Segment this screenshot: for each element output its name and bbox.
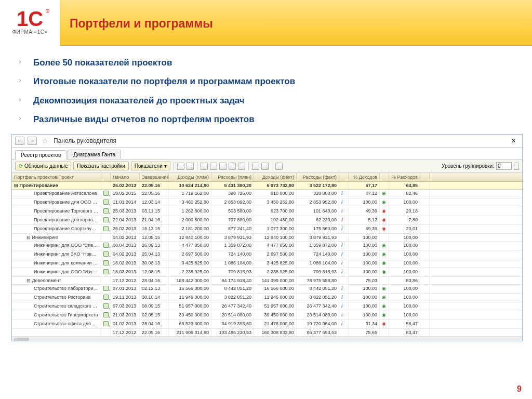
cell-end: 22.05.16: [140, 190, 169, 198]
cell-expense-plan: 2 853 092,80: [211, 198, 254, 207]
table-row[interactable]: Строительство Гипермаркета21.03.201302.0…: [12, 311, 522, 320]
cell-income-plan: 211 906 314,80: [169, 329, 211, 336]
cell-status: ◉: [380, 242, 389, 250]
cell-income-plan: 10 624 214,80: [169, 182, 211, 189]
table-row[interactable]: Строительство складского комплекса для ……: [12, 302, 522, 311]
table-row[interactable]: Инжиниринг для компании "Надежная опо…18…: [12, 259, 522, 268]
col-pct-income[interactable]: % Доходов: [349, 173, 380, 181]
table-row[interactable]: Проектирование для ООО "Стройкорпорац…11…: [12, 198, 522, 207]
slide-header: 1C ФИРМА «1С» Портфели и программы: [0, 0, 532, 46]
cell-expense-fact: 709 815,93: [297, 268, 339, 276]
cell-start: 18.02.2015: [111, 190, 140, 198]
table-row[interactable]: ⊟ Девелопмент17.12.201228.04.16188 442 0…: [12, 277, 522, 285]
tool-icon-3[interactable]: [201, 163, 208, 170]
cell-info: i: [339, 302, 349, 311]
cell-expense-plan: 797 880,00: [211, 216, 254, 224]
nav-forward-button[interactable]: →: [28, 137, 37, 145]
col-income-fact[interactable]: Доходы (факт): [254, 173, 297, 181]
group-level-input[interactable]: [496, 162, 512, 170]
info-icon: i: [341, 321, 343, 326]
cell-name: Инжиниринг для ООО "Изумруд": [12, 268, 101, 276]
grid-body: ⊟ Проектирование26.02.201322.05.1610 624…: [12, 182, 522, 337]
col-pct-expense[interactable]: % Расходов: [389, 173, 420, 181]
horizontal-scrollbar[interactable]: [12, 337, 522, 341]
cell-info: i: [339, 285, 349, 293]
cell-pct-expense: 100,00: [389, 285, 420, 293]
tab-registry[interactable]: Реестр проектов: [15, 150, 66, 159]
table-row[interactable]: Строительство офиса для корпорации "На…0…: [12, 320, 522, 329]
tool-icon-4[interactable]: [210, 163, 217, 170]
table-row[interactable]: Инжиниринг для ЗАО "Новый век"04.02.2013…: [12, 250, 522, 259]
cell-expense-fact: 3 879 931,93: [297, 234, 339, 241]
info-icon: i: [341, 295, 343, 300]
show-settings-button[interactable]: Показать настройки: [73, 162, 129, 170]
cell-pct-expense: 100,00: [389, 294, 420, 302]
table-row[interactable]: Инжиниринг для ООО "Изумруд"18.03.201312…: [12, 268, 522, 277]
table-row[interactable]: ⊟ Проектирование26.02.201322.05.1610 624…: [12, 182, 522, 190]
info-icon: i: [341, 269, 343, 274]
cell-info: !: [339, 216, 349, 224]
table-row[interactable]: Проектирование Автосалона18.02.201522.05…: [12, 190, 522, 198]
favorite-icon[interactable]: ☆: [42, 137, 48, 145]
cell-info: i: [339, 225, 349, 233]
tool-icon-1[interactable]: [177, 163, 184, 170]
table-row[interactable]: 17.12.201222.05.16211 906 314,80103 486 …: [12, 329, 522, 337]
table-row[interactable]: Проектирование Спортклуба "Аполлон"26.02…: [12, 225, 522, 234]
tool-icon-7[interactable]: [238, 163, 245, 170]
cell-pct-income: 100,00: [349, 242, 380, 250]
tool-icon-8[interactable]: [252, 163, 259, 170]
close-button[interactable]: ✕: [508, 138, 519, 144]
cell-income-plan: 12 840 100,00: [169, 234, 211, 241]
doc-icon: [103, 260, 109, 265]
table-row[interactable]: Строительство лаборатории для ООО "Спе…0…: [12, 285, 522, 294]
tool-icon-6[interactable]: [229, 163, 236, 170]
cell-status2: [420, 329, 430, 336]
cell-expense-plan: 724 140,00: [211, 250, 254, 259]
cell-name: Инжиниринг для компании "Надежная опо…: [12, 259, 101, 268]
logo-box: 1C ФИРМА «1С»: [0, 0, 60, 46]
col-name[interactable]: Портфель проектов/Проект: [12, 173, 101, 181]
cell-income-fact: 39 450 000,00: [254, 311, 297, 320]
cell-icon: [101, 242, 111, 250]
cell-pct-expense: 100,00: [389, 302, 420, 311]
nav-back-button[interactable]: ←: [15, 137, 24, 145]
table-row[interactable]: Инжиниринг для ООО "Спектр"08.04.201326.…: [12, 242, 522, 250]
cell-start: 07.01.2013: [111, 285, 140, 293]
cell-end: 12.08.15: [140, 268, 169, 276]
cell-status2: [420, 207, 430, 216]
table-row[interactable]: ⊟ Инжиниринг04.02.201312.08.1512 840 100…: [12, 234, 522, 242]
cell-name: Проектирование для корпорации "Надежн…: [12, 216, 101, 224]
group-stepper-icon[interactable]: [514, 163, 519, 170]
tab-gantt[interactable]: Диаграмма Ганта: [68, 150, 121, 159]
tool-icon-10[interactable]: [275, 163, 283, 170]
cell-income-fact: 4 477 850,00: [254, 242, 297, 250]
cell-status: ◉: [380, 311, 389, 320]
status-ok-icon: ◉: [382, 200, 386, 205]
table-row[interactable]: Проектирование для корпорации "Надежн…22…: [12, 216, 522, 225]
cell-end: 30.10.14: [140, 294, 169, 302]
indicators-button[interactable]: Показатели ▾: [131, 162, 170, 170]
table-row[interactable]: Проектирование Торгового центра25.03.201…: [12, 207, 522, 216]
info-icon: i: [341, 251, 343, 257]
refresh-button[interactable]: ⟳ Обновить данные: [15, 162, 71, 170]
doc-icon: [103, 217, 109, 222]
cell-icon: [101, 302, 111, 311]
cell-income-plan: 51 957 000,00: [169, 302, 211, 311]
cell-end: 21.04.16: [140, 216, 169, 224]
cell-pct-expense: 82,46: [389, 190, 420, 198]
tool-icon-5[interactable]: [219, 163, 227, 170]
status-bad-icon: ◉: [382, 217, 386, 222]
col-expense-fact[interactable]: Расходы (факт): [297, 173, 339, 181]
col-income-plan[interactable]: Доходы (план): [169, 173, 211, 181]
tool-icon-2[interactable]: [187, 163, 194, 170]
cell-status: [380, 277, 389, 284]
col-end[interactable]: Завершение: [140, 173, 169, 181]
status-ok-icon: ◉: [382, 269, 386, 274]
table-row[interactable]: Строительство Ресторана19.11.201330.10.1…: [12, 294, 522, 302]
doc-icon: [103, 251, 109, 257]
cell-income-fact: 160 308 832,80: [254, 329, 297, 336]
col-start[interactable]: Начало: [111, 173, 140, 181]
cell-status2: [420, 216, 430, 224]
tool-icon-9[interactable]: [261, 163, 269, 170]
col-expense-plan[interactable]: Расходы (план): [211, 173, 254, 181]
